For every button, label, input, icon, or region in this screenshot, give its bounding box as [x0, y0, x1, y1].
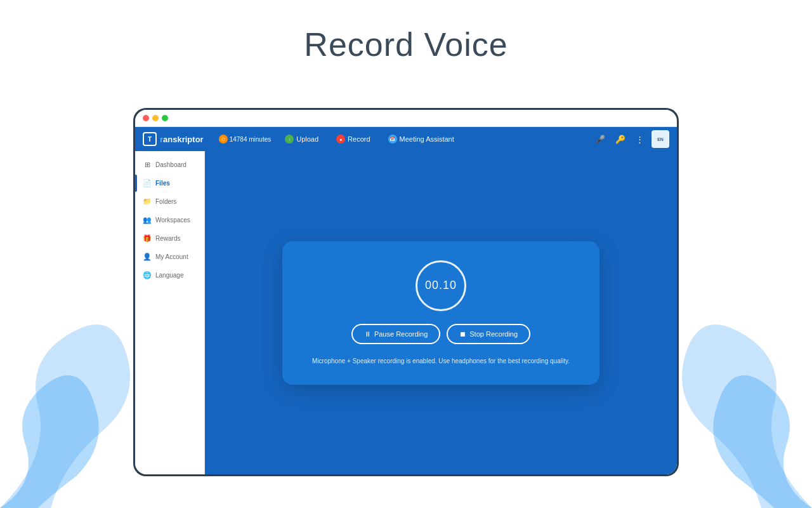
- dashboard-icon: ⊞: [143, 161, 152, 169]
- buttons-row: ⏸ Pause Recording ⏹ Stop Recording: [351, 324, 530, 344]
- pause-label: Pause Recording: [374, 330, 428, 338]
- folders-label: Folders: [155, 198, 176, 205]
- sidebar-item-language[interactable]: 🌐 Language: [135, 267, 204, 284]
- folders-icon: 📁: [143, 197, 152, 206]
- meeting-label: Meeting Assistant: [400, 135, 454, 143]
- main-content: ⊞ Dashboard 📄 Files 📁 Folders 👥 Workspac…: [135, 151, 677, 474]
- close-traffic-light[interactable]: [143, 115, 149, 121]
- account-label: My Account: [155, 253, 188, 260]
- nav-item-upload[interactable]: ↑ Upload: [281, 132, 322, 146]
- nav-bar: T ranskriptor ⏱ 14784 minutes ↑ Upload ●: [135, 127, 677, 151]
- sidebar-item-rewards[interactable]: 🎁 Rewards: [135, 230, 204, 247]
- mic-icon[interactable]: 🎤: [593, 133, 608, 145]
- laptop-frame: T ranskriptor ⏱ 14784 minutes ↑ Upload ●: [133, 108, 679, 476]
- meeting-dot: 📅: [388, 135, 397, 144]
- nav-item-meeting[interactable]: 📅 Meeting Assistant: [384, 132, 458, 146]
- sidebar: ⊞ Dashboard 📄 Files 📁 Folders 👥 Workspac…: [135, 151, 205, 474]
- sidebar-item-files[interactable]: 📄 Files: [135, 175, 204, 192]
- rewards-icon: 🎁: [143, 234, 152, 243]
- upload-dot: ↑: [285, 135, 294, 144]
- page-title: Record Voice: [0, 25, 812, 64]
- upload-label: Upload: [296, 135, 318, 143]
- nav-right: 🎤 🔑 ⋮ EN: [593, 130, 669, 148]
- stop-label: Stop Recording: [469, 330, 518, 338]
- minutes-badge: ⏱ 14784 minutes: [219, 135, 272, 144]
- lang-badge[interactable]: EN: [652, 130, 669, 148]
- browser-chrome: [135, 110, 677, 127]
- rewards-label: Rewards: [155, 235, 180, 242]
- pause-icon: ⏸: [364, 330, 371, 338]
- browser-window: T ranskriptor ⏱ 14784 minutes ↑ Upload ●: [135, 110, 677, 474]
- stop-icon: ⏹: [459, 330, 466, 338]
- recording-card: 00.10 ⏸ Pause Recording ⏹ Stop Recording: [282, 241, 599, 385]
- logo-area: T ranskriptor: [143, 132, 204, 146]
- timer-display: 00.10: [425, 279, 457, 292]
- minutes-icon: ⏱: [219, 135, 228, 144]
- minutes-text: 14784 minutes: [230, 136, 272, 143]
- files-label: Files: [155, 180, 170, 187]
- more-icon[interactable]: ⋮: [633, 133, 646, 145]
- logo-text: ranskriptor: [160, 135, 204, 144]
- content-area: 00.10 ⏸ Pause Recording ⏹ Stop Recording: [205, 151, 677, 474]
- workspaces-icon: 👥: [143, 216, 152, 224]
- language-label: Language: [155, 272, 184, 279]
- key-icon[interactable]: 🔑: [613, 133, 628, 145]
- info-text: Microphone + Speaker recording is enable…: [312, 357, 570, 366]
- files-icon: 📄: [143, 179, 152, 187]
- sidebar-item-account[interactable]: 👤 My Account: [135, 248, 204, 265]
- minimize-traffic-light[interactable]: [152, 115, 159, 121]
- workspaces-label: Workspaces: [155, 217, 190, 224]
- logo-icon: T: [143, 132, 157, 146]
- stop-recording-button[interactable]: ⏹ Stop Recording: [447, 324, 530, 344]
- fullscreen-traffic-light[interactable]: [162, 115, 168, 121]
- sidebar-item-folders[interactable]: 📁 Folders: [135, 193, 204, 210]
- record-label: Record: [348, 135, 370, 143]
- timer-circle: 00.10: [416, 260, 466, 311]
- dashboard-label: Dashboard: [155, 161, 187, 168]
- pause-recording-button[interactable]: ⏸ Pause Recording: [351, 324, 440, 344]
- record-dot: ●: [336, 135, 345, 144]
- account-icon: 👤: [143, 253, 152, 261]
- traffic-lights: [143, 115, 168, 121]
- nav-item-record[interactable]: ● Record: [332, 132, 374, 146]
- sidebar-item-dashboard[interactable]: ⊞ Dashboard: [135, 156, 204, 173]
- language-icon: 🌐: [143, 271, 152, 279]
- sidebar-item-workspaces[interactable]: 👥 Workspaces: [135, 211, 204, 229]
